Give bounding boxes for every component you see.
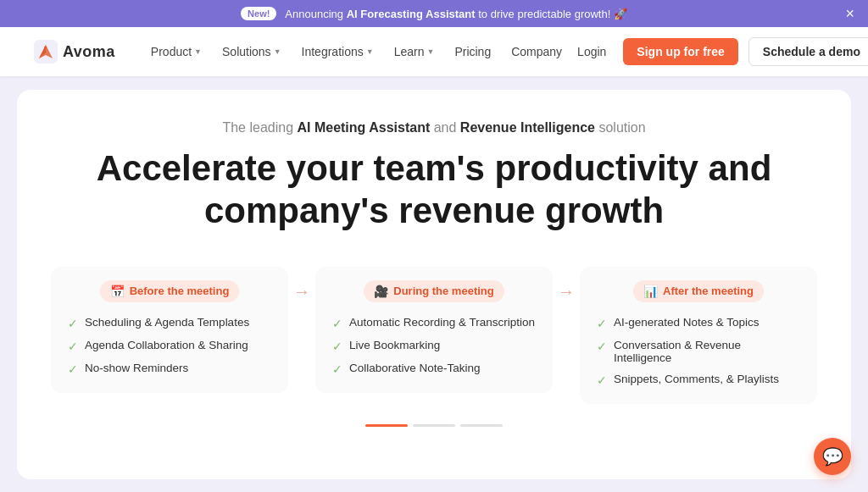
banner-highlight: AI Forecasting Assistant [347,8,476,20]
svg-rect-1 [44,47,47,49]
check-icon: ✓ [68,362,78,376]
signup-button[interactable]: Sign up for free [623,38,737,65]
learn-chevron-icon: ▼ [426,47,434,56]
after-icon: 📊 [643,285,658,298]
stage-header-after: 📊 After the meeting [597,280,800,302]
product-chevron-icon: ▼ [194,47,202,56]
list-item: ✓ Live Bookmarking [332,339,536,353]
indicator-active [365,424,408,427]
after-feature-list: ✓ AI-generated Notes & Topics ✓ Conversa… [597,316,800,387]
logo-icon [34,40,58,64]
before-icon: 📅 [110,285,125,298]
chat-bubble-button[interactable]: 💬 [814,438,851,475]
check-icon: ✓ [597,373,607,387]
check-icon: ✓ [597,317,607,330]
stage-header-during: 🎥 During the meeting [332,280,536,302]
hero-title: Accelerate your team's productivity and … [51,147,817,233]
chat-icon: 💬 [822,446,843,467]
list-item: ✓ AI-generated Notes & Topics [597,316,800,330]
stage-card-during: 🎥 During the meeting ✓ Automatic Recordi… [315,267,553,393]
during-feature-list: ✓ Automatic Recording & Transcription ✓ … [332,316,536,376]
list-item: ✓ Snippets, Comments, & Playlists [597,373,800,387]
hero-subtitle: The leading AI Meeting Assistant and Rev… [51,120,817,135]
after-badge: 📊 After the meeting [633,280,764,302]
arrow-before-during: → [288,267,315,301]
nav-item-company[interactable]: Company [503,40,570,64]
integrations-chevron-icon: ▼ [366,47,374,56]
nav-item-integrations[interactable]: Integrations ▼ [293,40,382,64]
list-item: ✓ Agenda Collaboration & Sharing [68,339,271,353]
login-button[interactable]: Login [570,40,613,64]
banner-text: Announcing AI Forecasting Assistant to d… [285,8,627,20]
arrow-during-after: → [553,267,580,301]
list-item: ✓ Automatic Recording & Transcription [332,316,536,330]
nav-right: Login Sign up for free Schedule a demo [570,37,868,66]
check-icon: ✓ [332,362,342,376]
stage-card-after: 📊 After the meeting ✓ AI-generated Notes… [580,267,817,404]
stage-card-before: 📅 Before the meeting ✓ Scheduling & Agen… [51,267,288,393]
new-badge: New! [241,7,276,20]
bottom-indicator [51,424,817,427]
check-icon: ✓ [332,317,342,330]
nav-item-pricing[interactable]: Pricing [446,40,499,64]
list-item: ✓ Collaborative Note-Taking [332,362,536,376]
nav-item-product[interactable]: Product ▼ [142,40,210,64]
check-icon: ✓ [597,340,607,353]
check-icon: ✓ [68,317,78,330]
demo-button[interactable]: Schedule a demo [748,37,868,66]
navbar: Avoma Product ▼ Solutions ▼ Integrations… [0,27,868,76]
list-item: ✓ No-show Reminders [68,362,271,376]
during-icon: 🎥 [374,285,388,298]
logo-text: Avoma [63,43,115,61]
stages-container: 📅 Before the meeting ✓ Scheduling & Agen… [51,267,817,404]
main-content: The leading AI Meeting Assistant and Rev… [17,90,851,479]
list-item: ✓ Conversation & Revenue Intelligence [597,339,800,364]
indicator-inactive-1 [413,424,455,427]
banner-close-button[interactable]: × [845,6,854,21]
nav-links: Product ▼ Solutions ▼ Integrations ▼ Lea… [142,40,570,64]
banner-suffix: to drive predictable growth! 🚀 [478,8,627,20]
before-feature-list: ✓ Scheduling & Agenda Templates ✓ Agenda… [68,316,271,376]
logo-link[interactable]: Avoma [34,40,115,64]
before-badge: 📅 Before the meeting [100,280,240,302]
nav-item-solutions[interactable]: Solutions ▼ [214,40,290,64]
nav-item-learn[interactable]: Learn ▼ [386,40,443,64]
check-icon: ✓ [68,340,78,353]
announcement-banner: New! Announcing AI Forecasting Assistant… [0,0,868,27]
during-badge: 🎥 During the meeting [364,280,504,302]
list-item: ✓ Scheduling & Agenda Templates [68,316,271,330]
stage-header-before: 📅 Before the meeting [68,280,271,302]
check-icon: ✓ [332,340,342,353]
indicator-inactive-2 [460,424,503,427]
solutions-chevron-icon: ▼ [274,47,281,56]
